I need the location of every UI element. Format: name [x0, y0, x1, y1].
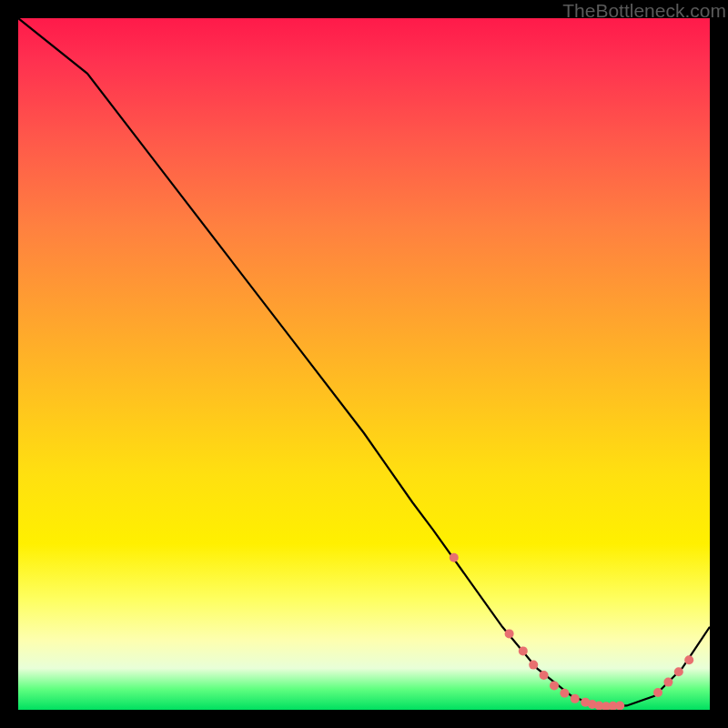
data-dot	[571, 694, 580, 703]
data-dot	[540, 671, 549, 680]
data-dot	[663, 678, 672, 687]
plot-area	[18, 18, 710, 710]
data-dot	[615, 701, 624, 710]
data-dot	[519, 646, 528, 655]
bottleneck-curve	[18, 18, 710, 706]
data-dots	[450, 553, 693, 710]
data-dot	[505, 629, 514, 638]
data-dot	[550, 681, 559, 690]
chart-container: TheBottleneck.com	[0, 0, 728, 728]
chart-svg	[18, 18, 710, 710]
data-dot	[529, 661, 538, 670]
data-dot	[560, 689, 569, 698]
data-dot	[653, 688, 662, 697]
data-dot	[450, 553, 459, 562]
data-dot	[674, 667, 683, 676]
data-dot	[684, 655, 693, 664]
